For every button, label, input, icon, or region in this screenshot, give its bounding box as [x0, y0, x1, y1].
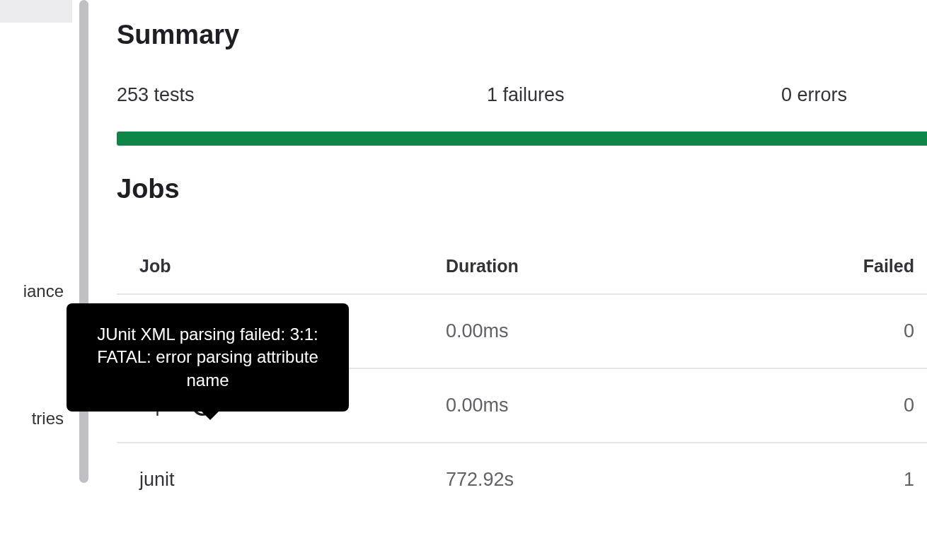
jobs-table-header: Job Duration Failed: [117, 243, 927, 295]
job-failed-cell: 0: [839, 320, 927, 342]
job-duration-cell: 772.92s: [446, 469, 839, 491]
scrollbar[interactable]: [74, 0, 92, 560]
summary-progress-bar: [117, 132, 927, 146]
sidebar-item-label: iance: [23, 281, 64, 301]
table-row[interactable]: junit 772.92s 1: [117, 443, 927, 516]
main-content: Summary 253 tests 1 failures 0 errors Jo…: [117, 20, 927, 560]
sidebar-item-registries[interactable]: tries: [0, 409, 72, 428]
summary-errors: 0 errors: [781, 84, 847, 106]
tooltip-text: JUnit XML parsing failed: 3:1: FATAL: er…: [97, 325, 318, 390]
job-name-cell: junit: [117, 469, 446, 491]
sidebar-active-bg: [0, 0, 72, 23]
jobs-heading: Jobs: [117, 174, 927, 204]
summary-heading: Summary: [117, 20, 927, 50]
jobs-header-failed: Failed: [839, 256, 927, 276]
summary-tests: 253 tests: [117, 84, 487, 106]
jobs-header-job: Job: [117, 256, 446, 276]
tooltip: JUnit XML parsing failed: 3:1: FATAL: er…: [67, 303, 349, 412]
job-name: junit: [139, 469, 175, 491]
sidebar-item-compliance[interactable]: iance: [0, 281, 72, 301]
job-failed-cell: 0: [839, 395, 927, 416]
summary-failures: 1 failures: [487, 84, 781, 106]
job-duration-cell: 0.00ms: [446, 395, 839, 416]
sidebar-item-label: tries: [32, 409, 64, 428]
job-failed-cell: 1: [839, 469, 927, 491]
jobs-header-duration: Duration: [446, 256, 839, 276]
sidebar: iance tries: [0, 0, 72, 560]
job-duration-cell: 0.00ms: [446, 320, 839, 342]
summary-stats: 253 tests 1 failures 0 errors: [117, 84, 927, 106]
